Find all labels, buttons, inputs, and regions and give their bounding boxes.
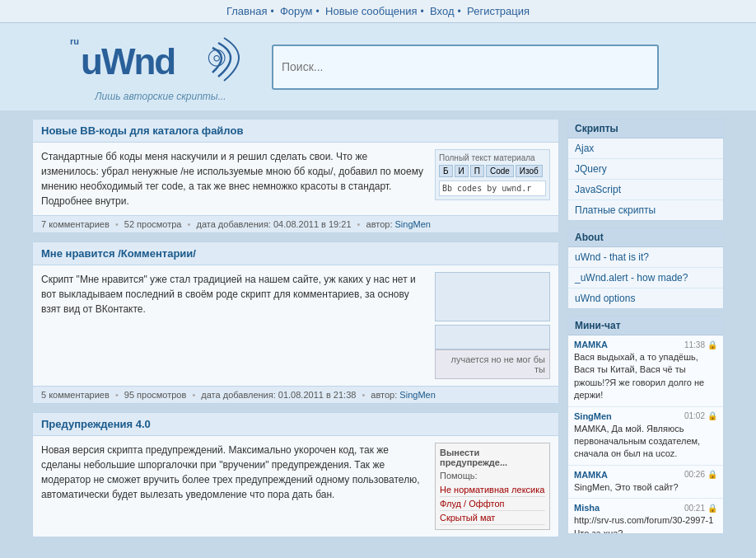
meta-sep-1b: • — [188, 219, 191, 229]
meta-date-1: дата добавления: 04.08.2011 в 19:21 — [196, 219, 351, 229]
post-body-3: Новая версия скрипта предупреждений. Мак… — [33, 436, 558, 537]
warning-preview-title-3: Вынести предупрежде... — [440, 448, 545, 467]
chat-msg-header-1: МАМКА 11:38 🔒 — [574, 340, 717, 349]
nav-login[interactable]: Вход — [430, 5, 454, 17]
warning-link-1[interactable]: Не нормативная лексика — [440, 485, 544, 495]
nav-sep-4: • — [458, 6, 461, 17]
svg-text:ru: ru — [70, 36, 79, 46]
post-body-1: Стандартные бб коды меня наскучили и я р… — [33, 143, 558, 215]
chat-lock-2: 🔒 — [707, 411, 717, 420]
post-link-3[interactable]: Предупреждения 4.0 — [41, 418, 151, 430]
post-link-2[interactable]: Мне нравится /Комментарии/ — [41, 247, 196, 260]
chat-user-2: SingMen — [574, 411, 612, 421]
post-text-2: Скрипт "Мне нравится" уже стал традицией… — [41, 272, 427, 379]
post-title-1: Новые BB-коды для каталога файлов — [33, 120, 558, 143]
main-wrapper: Новые BB-коды для каталога файлов Станда… — [24, 119, 732, 546]
logo-svg: ru uWnd ⦾ — [66, 31, 255, 89]
chat-message-1: МАМКА 11:38 🔒 Вася выдыхай, а то упадёшь… — [568, 335, 723, 407]
warning-link-item-2: Флуд / Оффтоп — [440, 497, 545, 511]
svg-text:uWnd: uWnd — [81, 41, 175, 82]
post-title-3: Предупреждения 4.0 — [33, 413, 558, 436]
chat-text-1: Вася выдыхай, а то упадёшь, Вася ты Кита… — [574, 351, 717, 402]
chat-lock-3: 🔒 — [707, 470, 717, 479]
meta-author-link-2[interactable]: SingMen — [399, 390, 435, 400]
search-input[interactable] — [272, 45, 659, 90]
meta-author-link-1[interactable]: SingMen — [395, 219, 431, 229]
chat-msg-header-2: SingMen 01:02 🔒 — [574, 411, 717, 421]
chat-user-3: МАМКА — [574, 470, 608, 480]
preview-label-1: Полный текст материала — [439, 153, 546, 162]
chat-time-2: 01:02 🔒 — [684, 411, 717, 420]
meta-sep-2b: • — [192, 390, 195, 400]
meta-sep-2c: • — [362, 390, 365, 400]
toolbar-code[interactable]: Code — [486, 165, 514, 177]
logo-area: ru uWnd ⦾ Лишь авторские скрипты... — [66, 31, 255, 102]
post-preview-2: лучается но не мог бы ты — [435, 272, 550, 379]
nav-sep-3: • — [421, 6, 424, 17]
toolbar-image[interactable]: Изоб — [516, 165, 543, 177]
sidebar-link-about-2[interactable]: _uWnd.alert - how made? — [568, 268, 723, 288]
chat-message-3: МАМКА 00:26 🔒 SingMen, Это твой сайт? — [568, 466, 723, 499]
header-search-area — [272, 45, 659, 90]
chat-message-2: SingMen 01:02 🔒 МАМКА, Да мой. Являюсь п… — [568, 407, 723, 466]
preview-img-2 — [435, 272, 550, 321]
top-navigation: Главная• Форум• Новые сообщения• Вход• Р… — [0, 0, 756, 23]
logo-tagline: Лишь авторские скрипты... — [95, 91, 226, 102]
sidebar-link-ajax[interactable]: Ajax — [568, 138, 723, 159]
post-body-2: Скрипт "Мне нравится" уже стал традицией… — [33, 265, 558, 386]
chat-messages-container[interactable]: МАМКА 11:38 🔒 Вася выдыхай, а то упадёшь… — [568, 335, 723, 533]
meta-date-2: дата добавления: 01.08.2011 в 21:38 — [201, 390, 356, 400]
chat-time-1: 11:38 🔒 — [684, 340, 717, 349]
post-text-3: Новая версия скрипта предупреждений. Мак… — [41, 443, 427, 530]
post-text-1: Стандартные бб коды меня наскучили и я р… — [41, 149, 427, 209]
chat-msg-header-4: Misha 00:21 🔒 — [574, 503, 717, 513]
sidebar-link-about-3[interactable]: uWnd options — [568, 288, 723, 308]
warning-link-2[interactable]: Флуд / Оффтоп — [440, 499, 505, 509]
post-preview-1: Полный текст материала Б И П Code Изоб B… — [435, 149, 550, 209]
warning-link-item-3: Скрытый мат — [440, 511, 545, 525]
sidebar-link-about-1[interactable]: uWnd - that is it? — [568, 247, 723, 268]
sidebar-scripts-block: Скрипты Ajax JQuery JavaScript Платные с… — [567, 119, 724, 221]
meta-comments-2: 5 комментариев — [41, 390, 110, 400]
nav-sep-1: • — [270, 6, 273, 17]
site-header: ru uWnd ⦾ Лишь авторские скрипты... — [0, 23, 756, 110]
nav-register[interactable]: Регистрация — [467, 5, 530, 17]
preview-img-2b — [435, 325, 550, 349]
nav-forum[interactable]: Форум — [280, 5, 313, 17]
nav-new-messages[interactable]: Новые сообщения — [325, 5, 418, 17]
meta-views-2: 95 просмотров — [124, 390, 187, 400]
post-card-2: Мне нравится /Комментарии/ Скрипт "Мне н… — [32, 241, 559, 404]
chat-user-1: МАМКА — [574, 340, 608, 349]
post-card-1: Новые BB-коды для каталога файлов Станда… — [32, 119, 559, 233]
meta-sep-2a: • — [115, 390, 119, 400]
chat-text-3: SingMen, Это твой сайт? — [574, 481, 717, 494]
sidebar-link-javascript[interactable]: JavaScript — [568, 180, 723, 200]
meta-views-1: 52 просмотра — [124, 219, 182, 229]
sidebar-link-jquery[interactable]: JQuery — [568, 159, 723, 180]
post-title-2: Мне нравится /Комментарии/ — [33, 242, 558, 265]
post-preview-3: Вынести предупрежде... Помощь: Не нормат… — [435, 443, 550, 530]
chat-text-2: МАМКА, Да мой. Являюсь первоначальным со… — [574, 423, 717, 461]
sidebar: Скрипты Ajax JQuery JavaScript Платные с… — [567, 119, 724, 546]
meta-sep-1c: • — [357, 219, 361, 229]
preview-code-1: Bb codes by uwnd.r — [439, 181, 546, 196]
warning-link-3[interactable]: Скрытый мат — [440, 513, 495, 523]
preview-toolbar-1: Б И П Code Изоб — [439, 165, 546, 177]
meta-author-label-2: автор: — [371, 390, 397, 400]
chat-user-4: Misha — [574, 503, 600, 513]
sidebar-minichat-block: Мини-чат МАМКА 11:38 🔒 Вася выдыхай, а т… — [567, 316, 724, 534]
nav-home[interactable]: Главная — [226, 5, 267, 17]
chat-time-4: 00:21 🔒 — [684, 504, 717, 513]
toolbar-bold[interactable]: Б — [439, 165, 453, 177]
post-meta-1: 7 комментариев • 52 просмотра • дата доб… — [33, 215, 558, 232]
toolbar-italic[interactable]: И — [455, 165, 469, 177]
toolbar-underline[interactable]: П — [470, 165, 484, 177]
sidebar-about-block: About uWnd - that is it? _uWnd.alert - h… — [567, 227, 724, 309]
post-link-1[interactable]: Новые BB-коды для каталога файлов — [41, 124, 243, 137]
partial-text-2: лучается но не мог бы ты — [435, 349, 550, 379]
warning-section-label: Помощь: — [440, 471, 545, 481]
chat-msg-header-3: МАМКА 00:26 🔒 — [574, 470, 717, 480]
sidebar-link-paid[interactable]: Платные скрипты — [568, 200, 723, 220]
sidebar-about-title: About — [568, 228, 723, 247]
post-meta-2: 5 комментариев • 95 просмотров • дата до… — [33, 386, 558, 403]
